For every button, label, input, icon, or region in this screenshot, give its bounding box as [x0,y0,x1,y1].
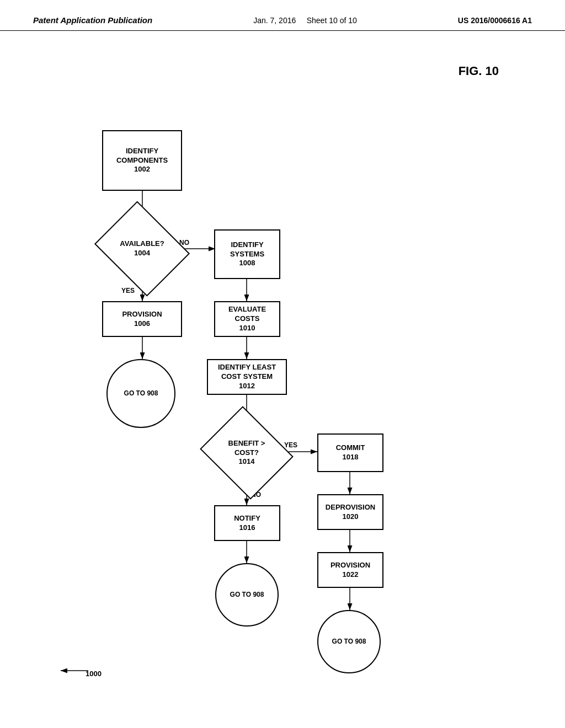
node-goto908-1: GO TO 908 [106,359,175,428]
header-publication: Patent Application Publication [33,15,152,25]
page-header: Patent Application Publication Jan. 7, 2… [0,0,565,31]
fig-label: FIG. 10 [459,64,499,78]
ref-number-label: 1000 [86,670,102,678]
node-provision-1006: PROVISION 1006 [102,301,182,337]
node-deprovision: DEPROVISION 1020 [317,494,383,530]
svg-text:YES: YES [284,441,297,449]
node-available: AVAILABLE?1004 [105,218,179,279]
node-benefit-gt-cost: BENEFIT >COST?1014 [211,422,282,483]
svg-text:YES: YES [121,287,135,295]
node-provision-1022: PROVISION 1022 [317,552,383,588]
node-identify-least-cost: IDENTIFY LEAST COST SYSTEM 1012 [207,359,287,395]
node-identify-systems: IDENTIFY SYSTEMS 1008 [214,229,280,279]
node-goto908-3: GO TO 908 [317,610,381,673]
header-patent-number: US 2016/0006616 A1 [458,16,532,25]
node-evaluate-costs: EVALUATE COSTS 1010 [214,301,280,337]
node-identify-components: IDENTIFY COMPONENTS 1002 [102,130,182,191]
node-commit: COMMIT 1018 [317,433,383,472]
header-date-sheet: Jan. 7, 2016 Sheet 10 of 10 [253,16,357,25]
node-goto908-2: GO TO 908 [215,563,279,627]
diagram-area: FIG. 10 NO YES YES NO [0,31,565,693]
node-notify: NOTIFY 1016 [214,505,280,541]
